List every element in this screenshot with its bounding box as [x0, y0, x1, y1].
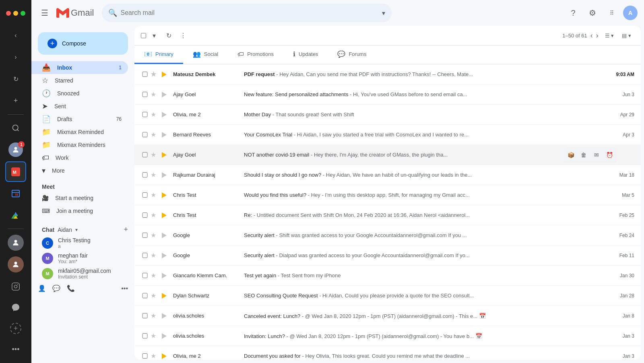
email-email-4-star[interactable]: ★: [151, 131, 160, 138]
nav-item-snoozed[interactable]: 🕐Snoozed: [31, 87, 128, 100]
settings-button[interactable]: ⚙: [584, 5, 601, 21]
chat-add-button[interactable]: +: [124, 225, 128, 234]
email-email-12-star[interactable]: ★: [151, 292, 160, 299]
drive-icon[interactable]: [5, 205, 26, 225]
nav-item-work[interactable]: 🏷Work: [31, 151, 128, 164]
search-bar[interactable]: 🔍 ▾: [102, 4, 392, 22]
email-email-6-star[interactable]: ★: [151, 171, 160, 179]
email-email-10-star[interactable]: ★: [151, 252, 160, 259]
email-email-8-checkbox[interactable]: [141, 212, 149, 218]
join-meeting-item[interactable]: ⌨ Join a meeting: [31, 204, 134, 217]
back-button[interactable]: ‹: [5, 25, 26, 45]
tab-social[interactable]: 👥Social: [183, 45, 228, 64]
email-email-14-star[interactable]: ★: [151, 332, 160, 340]
account-avatar-2[interactable]: [5, 232, 26, 252]
email-email-7-checkbox[interactable]: [141, 192, 149, 198]
email-email-14-checkbox[interactable]: [141, 333, 149, 338]
instagram-icon[interactable]: [5, 276, 26, 297]
search-input[interactable]: [120, 9, 379, 16]
email-row[interactable]: ★GoogleSecurity alert - Dialpad was gran…: [134, 245, 641, 266]
list-view-button[interactable]: ☰ ▾: [602, 31, 617, 40]
email-email-6-checkbox[interactable]: [141, 172, 149, 177]
nav-item-drafts[interactable]: 📄Drafts76: [31, 113, 128, 126]
chat-bubble-icon[interactable]: 💬: [52, 285, 60, 292]
select-all-checkbox[interactable]: [141, 33, 146, 38]
email-row[interactable]: ★GoogleSecurity alert - Shift was grante…: [134, 225, 641, 245]
user-avatar[interactable]: A: [623, 6, 638, 20]
gmail-icon[interactable]: M: [5, 161, 26, 182]
email-row[interactable]: ★Mateusz DembekPDF request - Hey Aidan, …: [134, 64, 641, 85]
email-row[interactable]: ★Ajay GoelNew feature: Send personalized…: [134, 85, 641, 105]
refresh-button[interactable]: ↻: [162, 29, 175, 42]
more-chat-options[interactable]: •••: [121, 285, 128, 292]
email-row[interactable]: ★Olivia, me 2Mother Day - That sounds gr…: [134, 105, 641, 125]
email-action-btn-3[interactable]: ⏰: [604, 149, 615, 161]
forward-button[interactable]: ›: [5, 47, 26, 67]
email-email-9-checkbox[interactable]: [141, 233, 149, 238]
people-icon[interactable]: 👤: [38, 285, 46, 292]
minimize-button[interactable]: [13, 11, 18, 16]
email-email-3-star[interactable]: ★: [151, 111, 160, 118]
email-row[interactable]: ★Dylan SchwartzSEO Consulting Quote Requ…: [134, 286, 641, 306]
email-email-8-star[interactable]: ★: [151, 211, 160, 219]
chat-user-chris-testing[interactable]: CChris Testinga: [31, 235, 134, 251]
messenger-icon[interactable]: [5, 297, 26, 318]
email-row[interactable]: ★olivia.scholesCanceled event: Lunch? - …: [134, 306, 641, 326]
email-row[interactable]: ★Chris TestWould you find this useful? -…: [134, 185, 641, 205]
next-page-button[interactable]: ›: [596, 31, 599, 40]
more-actions-button[interactable]: ⋮: [177, 29, 190, 42]
chat-dropdown-icon[interactable]: ▾: [75, 227, 78, 233]
email-row[interactable]: ★Bernard ReevesYour CosmoLex Trial - Hi …: [134, 125, 641, 145]
email-row[interactable]: ★olivia.scholesInvitation: Lunch? - @ We…: [134, 326, 641, 346]
calendar-icon[interactable]: 31: [5, 184, 26, 204]
email-row[interactable]: ★Olivia, me 2Document you asked for - He…: [134, 346, 641, 360]
nav-item-more[interactable]: ▾More: [31, 164, 128, 177]
more-options-icon[interactable]: •••: [5, 339, 26, 360]
email-email-13-star[interactable]: ★: [151, 312, 160, 320]
search-dropdown-icon[interactable]: ▾: [382, 9, 385, 17]
search-apps-icon[interactable]: [5, 118, 26, 138]
email-email-5-star[interactable]: ★: [151, 151, 160, 159]
email-action-btn-0[interactable]: 📦: [565, 149, 576, 161]
email-email-11-star[interactable]: ★: [151, 272, 160, 279]
nav-item-mixmax-reminders[interactable]: 📁Mixmax Reminders: [31, 138, 128, 151]
email-email-2-star[interactable]: ★: [151, 91, 160, 98]
nav-item-starred[interactable]: ☆Starred: [31, 74, 128, 87]
email-email-3-checkbox[interactable]: [141, 112, 149, 117]
email-email-1-star[interactable]: ★: [151, 70, 160, 78]
email-email-4-checkbox[interactable]: [141, 132, 149, 137]
apps-button[interactable]: ⠿: [604, 5, 620, 21]
reload-button[interactable]: ↻: [5, 69, 26, 89]
nav-item-mixmax-reminded[interactable]: 📁Mixmax Reminded: [31, 126, 128, 138]
tab-primary[interactable]: 📧Primary: [134, 45, 183, 64]
email-email-1-checkbox[interactable]: [141, 72, 149, 77]
nav-item-inbox[interactable]: 📥Inbox1: [31, 61, 128, 74]
tab-updates[interactable]: ℹUpdates: [283, 45, 328, 64]
nav-item-sent[interactable]: ➤Sent: [31, 100, 128, 113]
add-account-button[interactable]: +: [5, 318, 26, 339]
tab-forums[interactable]: 💬Forums: [328, 45, 376, 64]
email-row[interactable]: ★Rajkumar DurairajShould I stay or shoul…: [134, 165, 641, 185]
chat-user-mkfair[interactable]: Mmkfair05@gmail.comInvitation sent: [31, 266, 134, 281]
hamburger-menu-icon[interactable]: ☰: [38, 5, 52, 21]
phone-icon[interactable]: 📞: [67, 285, 75, 292]
email-email-10-checkbox[interactable]: [141, 253, 149, 258]
email-action-btn-1[interactable]: 🗑: [578, 149, 589, 161]
maximize-button[interactable]: [21, 11, 25, 16]
prev-page-button[interactable]: ‹: [590, 31, 593, 40]
email-email-13-checkbox[interactable]: [141, 313, 149, 318]
email-action-btn-2[interactable]: ✉: [591, 149, 602, 161]
add-tab-button[interactable]: +: [5, 91, 26, 111]
email-email-9-star[interactable]: ★: [151, 231, 160, 239]
email-row[interactable]: ★Chris TestRe: - Untitled document Sent …: [134, 205, 641, 225]
tab-promotions[interactable]: 🏷Promotions: [228, 46, 283, 64]
email-email-12-checkbox[interactable]: [141, 293, 149, 298]
email-email-5-checkbox[interactable]: [141, 152, 149, 157]
account-avatar-3[interactable]: [5, 254, 26, 274]
density-button[interactable]: ▤ ▾: [619, 31, 634, 40]
compose-button[interactable]: + Compose: [38, 32, 128, 55]
email-email-7-star[interactable]: ★: [151, 191, 160, 199]
account-avatar-1[interactable]: 1: [5, 140, 26, 160]
help-button[interactable]: ?: [565, 5, 581, 21]
email-row[interactable]: ★Giancarlo Klemm Cam.Test yet again - Te…: [134, 266, 641, 286]
